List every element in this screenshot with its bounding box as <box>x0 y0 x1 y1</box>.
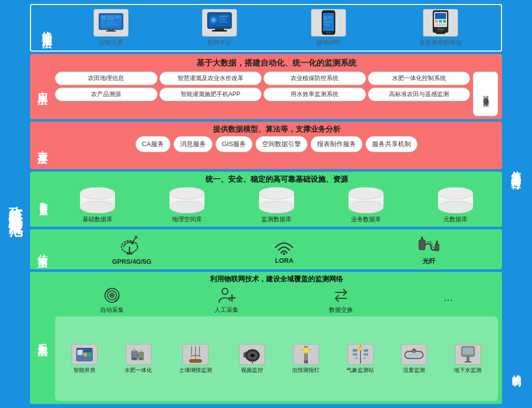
auto-collect-label: 自动采集 <box>100 306 124 314</box>
devices-row: 智能井房 <box>55 316 498 401</box>
transport-layer-label: 传输层 <box>34 232 52 266</box>
application-layer: 应用层 基于大数据，搭建自动化、统一化的监测系统 农田地理信息 智慧灌溉及农业水… <box>30 54 502 119</box>
pest-icon <box>293 344 319 365</box>
terminal-item-custom-screen: 定制大屏 <box>94 9 128 47</box>
terminal-item-software: 软件平台 <box>202 9 237 47</box>
svg-point-44 <box>170 201 204 213</box>
right-side-labels: 信息安全与运行 维护机制 <box>505 4 528 404</box>
svg-point-106 <box>304 349 308 352</box>
data-exchange-label: 数据交换 <box>329 306 353 314</box>
svg-rect-72 <box>436 241 438 245</box>
svg-point-39 <box>80 201 115 213</box>
smart-well-icon <box>72 344 98 365</box>
weather-label: 气象监测站 <box>346 366 374 374</box>
support-tag-spatial: 空间数据引擎 <box>256 136 308 152</box>
svg-rect-2 <box>101 16 106 20</box>
svg-point-68 <box>283 252 286 255</box>
svg-rect-31 <box>439 20 442 23</box>
collection-content: 利用物联网技术，建设全域覆盖的监测网络 自动采集 <box>55 275 498 401</box>
svg-rect-119 <box>408 353 420 356</box>
app-tag-traceability: 农产品溯源 <box>55 88 158 101</box>
app-tag-smart-fertilize: 智能灌溉施肥手机APP <box>160 88 262 101</box>
data-resource-layer: 数据资源层 统一、安全、稳定的高可靠基础设施、资源 基础数据库 <box>30 172 502 227</box>
db-geo: 地理空间库 <box>167 187 207 224</box>
support-layer-title: 提供数据模型、算法等，支撑业务分析 <box>55 125 498 134</box>
app-tag-farmland: 农田地理信息 <box>55 72 158 85</box>
svg-point-61 <box>438 187 473 199</box>
svg-point-46 <box>170 187 204 199</box>
app-tag-high-standard: 高标准农田与遥感监测 <box>368 88 470 101</box>
svg-point-89 <box>133 348 136 351</box>
kiosk-icon <box>423 9 458 37</box>
data-exchange-item: 数据交换 <box>329 286 353 314</box>
collection-title: 利用物联网技术，建设全域覆盖的监测网络 <box>55 275 498 284</box>
svg-rect-34 <box>437 29 444 30</box>
terminal-icons: 定制大屏 <box>59 9 496 47</box>
person-plus-icon <box>217 286 236 305</box>
db-geo-label: 地理空间库 <box>172 215 202 224</box>
svg-point-76 <box>111 294 113 296</box>
terminal-item-mobile: 移动APP <box>311 9 346 47</box>
svg-rect-92 <box>140 358 142 359</box>
svg-rect-18 <box>212 30 227 32</box>
svg-rect-29 <box>435 13 446 19</box>
svg-point-26 <box>326 12 326 13</box>
support-layer-content: 提供数据模型、算法等，支撑业务分析 CA服务 消息服务 GIS服务 空间数据引擎… <box>55 125 498 166</box>
svg-point-90 <box>140 349 142 352</box>
svg-point-65 <box>134 236 138 239</box>
svg-rect-116 <box>363 357 366 359</box>
svg-rect-115 <box>355 357 358 359</box>
svg-rect-97 <box>244 352 246 357</box>
device-water-fertilizer: 水肥一体化 <box>124 344 152 374</box>
app-tag-irrigation: 智慧灌溉及农业水价改革 <box>160 72 262 85</box>
terminal-layer: 终端应用层 <box>30 4 502 52</box>
software-icon <box>202 9 237 37</box>
svg-rect-21 <box>326 32 331 34</box>
more-dots-icon: ··· <box>444 290 452 309</box>
collection-layer-label: 采集层 <box>34 275 52 401</box>
water-fertilizer-icon <box>126 344 152 365</box>
svg-rect-9 <box>106 31 116 32</box>
svg-rect-24 <box>324 21 332 23</box>
device-groundwater: 地下水监测 <box>454 344 482 374</box>
support-layer-label: 支撑层 <box>34 125 52 166</box>
svg-rect-82 <box>78 350 82 354</box>
app-layer-title: 基于大数据，搭建自动化、统一化的监测系统 <box>55 57 498 70</box>
svg-rect-85 <box>88 353 92 356</box>
software-label: 软件平台 <box>208 39 232 47</box>
svg-rect-3 <box>107 16 114 21</box>
auto-collect-item: 自动采集 <box>100 286 124 314</box>
svg-rect-96 <box>190 359 202 362</box>
svg-rect-126 <box>464 361 472 362</box>
flow-label: 流量监测 <box>403 366 425 374</box>
fiber-label: 光纤 <box>422 257 436 266</box>
terminal-item-kiosk: 多媒体自助终端 <box>420 9 462 47</box>
groundwater-label: 地下水监测 <box>454 366 482 374</box>
support-layer: 支撑层 提供数据模型、算法等，支撑业务分析 CA服务 消息服务 GIS服务 空间… <box>30 122 502 169</box>
svg-rect-91 <box>132 358 136 359</box>
custom-screen-label: 定制大屏 <box>99 39 123 47</box>
soil-moisture-label: 土壤墒情监测 <box>179 366 212 374</box>
svg-rect-17 <box>215 29 224 30</box>
svg-rect-32 <box>443 20 446 23</box>
satellite-dish-icon <box>120 234 144 256</box>
video-icon <box>239 344 265 365</box>
svg-point-117 <box>358 346 362 350</box>
device-pest: 虫情测报灯 <box>292 344 320 374</box>
wifi-icon <box>270 235 298 255</box>
custom-screen-icon <box>94 9 128 37</box>
device-video: 视频监控 <box>239 344 265 374</box>
support-tag-ca: CA服务 <box>136 136 170 152</box>
transport-lora: LORA <box>270 235 298 264</box>
data-layer-label: 数据资源层 <box>34 175 52 224</box>
transport-fiber: 光纤 <box>417 233 441 266</box>
auto-collect-icon <box>102 286 122 305</box>
svg-rect-8 <box>108 30 114 31</box>
right-info-security-label: 信息安全与运行 <box>505 4 528 331</box>
svg-point-54 <box>348 201 384 213</box>
svg-rect-33 <box>435 24 446 26</box>
svg-rect-114 <box>364 353 368 355</box>
databases-row: 基础数据库 地理空间库 <box>55 187 498 224</box>
lora-label: LORA <box>275 257 294 264</box>
support-tag-msg: 消息服务 <box>174 136 212 152</box>
